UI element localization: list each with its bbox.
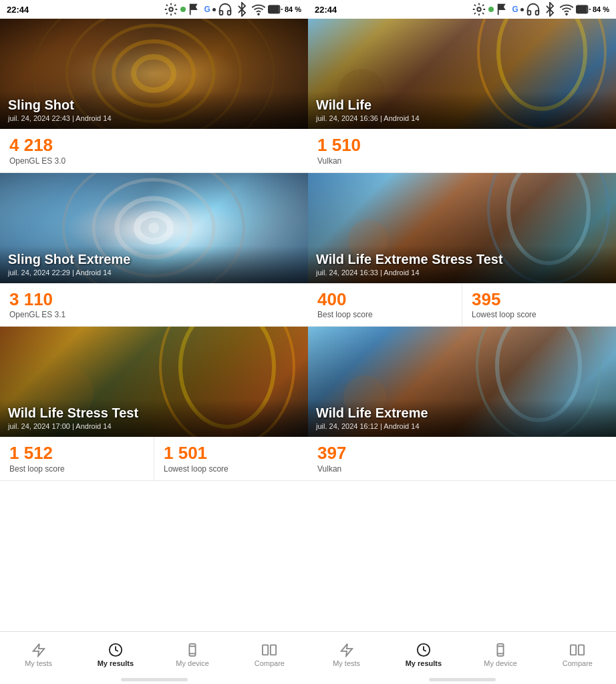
card-title-wild-extreme-stress: Wild Life Extreme Stress Test — [316, 251, 608, 267]
svg-rect-20 — [190, 644, 196, 656]
card-title-overlay-sling-extreme: Sling Shot Extreme juil. 24, 2024 22:29 … — [0, 246, 308, 283]
card-title-wild-stress: Wild Life Stress Test — [8, 405, 300, 421]
flag-icon-right — [496, 2, 510, 17]
card-subtitle-wild-life: juil. 24, 2024 16:36 | Android 14 — [316, 114, 608, 122]
score-value-wild-extreme-stress-1: 395 — [472, 290, 607, 309]
score-value-sling-extreme-0: 3 110 — [9, 290, 299, 309]
status-bar-left: 22:44 G 84 % — [0, 0, 308, 19]
headphones-icon-right — [526, 2, 541, 17]
battery-icon-left — [268, 2, 283, 17]
score-label-sling-shot-0: OpenGL ES 3.0 — [9, 156, 299, 166]
score-value-wild-life-0: 1 510 — [317, 136, 607, 155]
svg-point-27 — [566, 13, 567, 15]
dot-left — [212, 8, 216, 11]
card-title-overlay-wild-extreme-stress: Wild Life Extreme Stress Test juil. 24, … — [308, 246, 616, 283]
score-cell-wild-extreme-0[interactable]: 397 Vulkan — [308, 437, 616, 480]
score-value-wild-stress-1: 1 501 — [164, 444, 299, 463]
card-scores-sling-shot: 4 218 OpenGL ES 3.0 — [0, 129, 308, 172]
g-logo-right: G — [512, 5, 518, 14]
battery-icon-right — [576, 2, 591, 17]
score-cell-wild-stress-0[interactable]: 1 512 Best loop score — [0, 437, 154, 480]
nav-my-results-right[interactable]: My results — [385, 632, 462, 678]
score-value-wild-stress-0: 1 512 — [9, 444, 144, 463]
card-wild-life[interactable]: Wild Life juil. 24, 2024 16:36 | Android… — [308, 19, 616, 173]
score-cell-sling-shot-0[interactable]: 4 218 OpenGL ES 3.0 — [0, 129, 308, 172]
svg-point-0 — [169, 7, 173, 11]
score-value-wild-extreme-0: 397 — [317, 444, 607, 463]
svg-rect-30 — [577, 6, 587, 12]
nav-my-device-label-right: My device — [484, 659, 517, 667]
content-area-left[interactable]: Sling Shot juil. 24, 2024 22:43 | Androi… — [0, 19, 308, 631]
svg-rect-23 — [263, 645, 268, 655]
nav-compare-right[interactable]: Compare — [539, 632, 616, 678]
g-logo-left: G — [204, 5, 210, 14]
bottom-handle-left — [121, 678, 188, 681]
card-image-wild-extreme-stress: Wild Life Extreme Stress Test juil. 24, … — [308, 173, 616, 283]
bluetooth-icon-right — [543, 2, 557, 17]
nav-my-results-left[interactable]: My results — [77, 632, 154, 678]
score-label-wild-extreme-stress-1: Lowest loop score — [472, 310, 607, 319]
card-sling-shot[interactable]: Sling Shot juil. 24, 2024 22:43 | Androi… — [0, 19, 308, 173]
score-cell-wild-extreme-stress-0[interactable]: 400 Best loop score — [308, 283, 462, 327]
card-title-sling-shot: Sling Shot — [8, 97, 300, 113]
svg-rect-24 — [271, 645, 276, 655]
card-wild-life-extreme[interactable]: Wild Life Extreme juil. 24, 2024 16:12 |… — [308, 327, 616, 481]
status-bar-right: 22:44 G 84 % — [308, 0, 616, 19]
content-area-right[interactable]: Wild Life juil. 24, 2024 16:36 | Android… — [308, 19, 616, 631]
my-tests-icon-left — [31, 643, 46, 657]
nav-my-results-label-left: My results — [98, 659, 134, 667]
nav-my-tests-left[interactable]: My tests — [0, 632, 77, 678]
nav-compare-label-right: Compare — [563, 659, 593, 667]
score-cell-wild-stress-1[interactable]: 1 501 Lowest loop score — [154, 437, 308, 480]
green-dot-right — [488, 7, 494, 12]
status-icons-right: G 84 % — [472, 2, 609, 17]
bottom-handle-right — [429, 678, 496, 681]
my-device-icon-right — [493, 643, 508, 657]
score-cell-wild-life-0[interactable]: 1 510 Vulkan — [308, 129, 616, 172]
card-scores-sling-extreme: 3 110 OpenGL ES 3.1 — [0, 283, 308, 327]
svg-point-6 — [134, 57, 174, 90]
card-title-wild-life: Wild Life — [316, 97, 608, 113]
nav-my-device-label-left: My device — [176, 659, 209, 667]
card-sling-shot-extreme[interactable]: Sling Shot Extreme juil. 24, 2024 22:29 … — [0, 173, 308, 327]
card-subtitle-wild-stress: juil. 24, 2024 17:00 | Android 14 — [8, 422, 300, 430]
compare-icon-right — [570, 643, 585, 657]
svg-point-15 — [148, 222, 159, 233]
card-subtitle-wild-extreme-stress: juil. 24, 2024 16:33 | Android 14 — [316, 269, 608, 277]
card-wild-life-extreme-stress[interactable]: Wild Life Extreme Stress Test juil. 24, … — [308, 173, 616, 327]
card-title-overlay-wild-life: Wild Life juil. 24, 2024 16:36 | Android… — [308, 92, 616, 129]
card-title-sling-extreme: Sling Shot Extreme — [8, 251, 300, 267]
svg-point-2 — [258, 13, 259, 15]
card-title-overlay-sling-shot: Sling Shot juil. 24, 2024 22:43 | Androi… — [0, 92, 308, 129]
my-tests-icon-right — [339, 643, 354, 657]
card-image-wild-life: Wild Life juil. 24, 2024 16:36 | Android… — [308, 19, 616, 129]
nav-compare-label-left: Compare — [255, 659, 285, 667]
flag-icon-left — [188, 2, 202, 17]
score-label-sling-extreme-0: OpenGL ES 3.1 — [9, 310, 299, 319]
score-cell-sling-extreme-0[interactable]: 3 110 OpenGL ES 3.1 — [0, 283, 308, 327]
nav-compare-left[interactable]: Compare — [231, 632, 308, 678]
status-icons-left: G 84 % — [164, 2, 301, 17]
settings-icon-right — [472, 2, 486, 17]
nav-my-device-right[interactable]: My device — [462, 632, 539, 678]
card-wild-life-stress[interactable]: Wild Life Stress Test juil. 24, 2024 17:… — [0, 327, 308, 481]
score-cell-wild-extreme-stress-1[interactable]: 395 Lowest loop score — [462, 283, 616, 327]
wifi-icon-left — [251, 2, 266, 17]
nav-my-tests-right[interactable]: My tests — [308, 632, 385, 678]
bottom-nav-right: My tests My results My device Compare — [308, 631, 616, 678]
card-scores-wild-extreme: 397 Vulkan — [308, 437, 616, 480]
score-label-wild-stress-1: Lowest loop score — [164, 464, 299, 474]
my-results-icon-left — [108, 643, 123, 657]
compare-icon-left — [262, 643, 277, 657]
score-label-wild-extreme-0: Vulkan — [317, 464, 607, 474]
card-subtitle-sling-extreme: juil. 24, 2024 22:29 | Android 14 — [8, 269, 300, 277]
card-scores-wild-life: 1 510 Vulkan — [308, 129, 616, 172]
green-dot-left — [180, 7, 186, 12]
nav-my-results-label-right: My results — [406, 659, 442, 667]
card-image-sling-shot: Sling Shot juil. 24, 2024 22:43 | Androi… — [0, 19, 308, 129]
card-title-wild-extreme: Wild Life Extreme — [316, 405, 608, 421]
score-value-wild-extreme-stress-0: 400 — [317, 290, 452, 309]
card-scores-wild-stress: 1 512 Best loop score 1 501 Lowest loop … — [0, 437, 308, 480]
card-image-wild-life-stress: Wild Life Stress Test juil. 24, 2024 17:… — [0, 327, 308, 437]
nav-my-device-left[interactable]: My device — [154, 632, 231, 678]
